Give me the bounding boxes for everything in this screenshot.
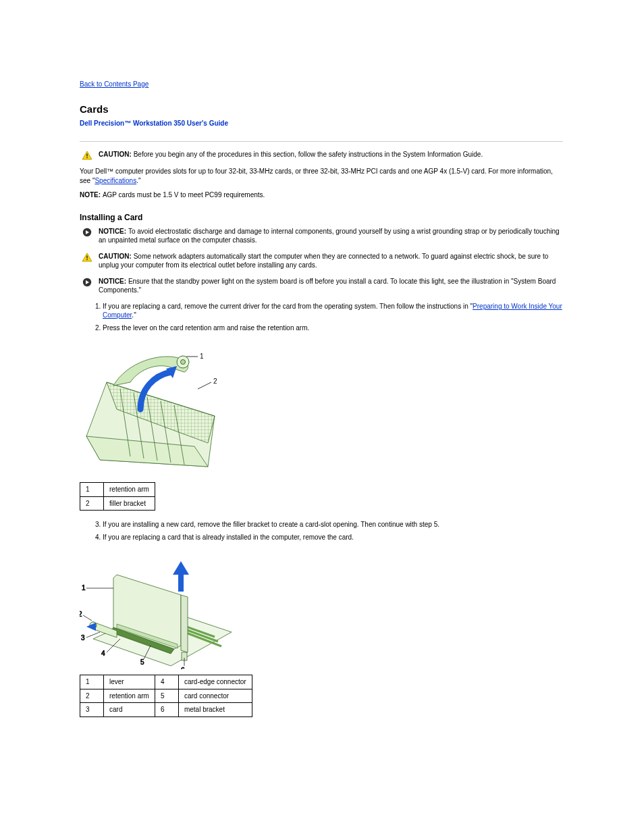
notice-callout-2: NOTICE: Ensure that the standby power li… [80,277,563,295]
svg-rect-1 [86,154,88,157]
caution-text: CAUTION: Before you begin any of the pro… [95,150,563,159]
svg-text:3: 3 [81,634,85,642]
figure-2-table: 1 lever 4 card-edge connector 2 retentio… [80,675,252,717]
intro-text-b: ." [136,177,140,184]
table-row: 3 card 6 metal bracket [80,703,252,717]
notice-2-text: NOTICE: Ensure that the standby power li… [95,277,563,295]
fig1-r2-num: 2 [80,496,104,511]
svg-marker-17 [173,561,189,592]
page-title: Cards [80,103,563,116]
notice-1-label: NOTICE: [99,228,128,235]
svg-text:5: 5 [140,658,144,666]
intro-text-a: Your Dell™ computer provides slots for u… [80,167,553,184]
table-row: 1 lever 4 card-edge connector [80,675,252,689]
fig1-r1-txt: retention arm [104,483,155,497]
svg-point-9 [181,360,186,365]
fig2-r3c1n: 3 [80,703,104,717]
document-page: Back to Contents Page Cards Dell Precisi… [0,0,644,767]
note-paragraph: NOTE: AGP cards must be 1.5 V to meet PC… [80,190,563,200]
fig2-r1c2n: 4 [155,675,178,689]
step-4: If you are replacing a card that is alre… [103,533,563,542]
fig1-r1-num: 1 [80,483,104,497]
users-guide-link[interactable]: Dell Precision™ Workstation 350 User's G… [80,120,228,127]
fig2-r3c2n: 6 [155,703,178,717]
notice-icon [80,227,95,237]
installing-card-heading: Installing a Card [80,212,563,223]
fig2-r1c1t: lever [104,675,155,689]
svg-text:2: 2 [213,377,217,385]
specifications-link[interactable]: Specifications [95,177,136,184]
notice-1-text: NOTICE: To avoid electrostatic discharge… [95,227,563,245]
svg-text:6: 6 [181,667,185,669]
svg-text:1: 1 [82,584,86,592]
svg-rect-6 [86,259,88,260]
caution-callout-2: CAUTION: Some network adapters automatic… [80,252,563,270]
fig2-r1c1n: 1 [80,675,104,689]
svg-line-21 [83,615,92,621]
caution-2-body: Some network adapters automatically star… [99,253,548,269]
note-text: AGP cards must be 1.5 V to meet PC99 req… [103,191,265,199]
fig2-r3c1t: card [104,703,155,717]
steps-list: If you are replacing a card, remove the … [80,302,563,333]
note-label: NOTE: [80,191,103,199]
caution-2-label: CAUTION: [99,253,134,260]
back-to-contents-link[interactable]: Back to Contents Page [80,80,149,88]
notice-2-body: Ensure that the standby power light on t… [99,278,556,294]
step-3: If you are installing a new card, remove… [103,520,563,529]
fig2-r2c2t: card connector [178,689,252,703]
caution-body: Before you begin any of the procedures i… [134,151,483,158]
step-1: If you are replacing a card, remove the … [103,302,563,320]
step-1-b: ." [132,311,136,319]
fig2-r3c2t: metal bracket [178,703,252,717]
caution-label: CAUTION: [99,151,134,158]
table-row: 2 retention arm 5 card connector [80,689,252,703]
notice-callout-1: NOTICE: To avoid electrostatic discharge… [80,227,563,245]
caution-callout: CAUTION: Before you begin any of the pro… [80,150,563,160]
caution-2-text: CAUTION: Some network adapters automatic… [95,252,563,270]
step-2: Press the lever on the card retention ar… [103,323,563,333]
notice-2-label: NOTICE: [99,278,128,285]
divider [80,141,563,142]
fig2-r2c1t: retention arm [104,689,155,703]
fig2-r2c1n: 2 [80,689,104,703]
svg-rect-2 [86,157,88,159]
figure-1-table: 1 retention arm 2 filler bracket [80,482,155,511]
notice-icon [80,277,95,287]
notice-1-body: To avoid electrostatic discharge and dam… [99,228,560,244]
fig2-r2c2n: 5 [155,689,178,703]
step-1-a: If you are replacing a card, remove the … [103,303,473,310]
table-row: 1 retention arm [80,483,155,497]
svg-line-13 [198,382,211,389]
svg-text:1: 1 [200,353,204,360]
steps-list-2: If you are installing a new card, remove… [80,520,563,542]
figure-retention-arm: 1 2 [80,342,563,477]
intro-paragraph: Your Dell™ computer provides slots for u… [80,167,563,185]
caution-icon [80,150,95,160]
fig2-r1c2t: card-edge connector [178,675,252,689]
svg-text:2: 2 [80,610,82,618]
caution-icon [80,252,95,262]
fig1-r2-txt: filler bracket [104,496,155,511]
svg-rect-5 [86,255,88,258]
svg-text:4: 4 [101,650,105,657]
table-row: 2 filler bracket [80,496,155,511]
figure-card-removal: 1 2 3 4 5 6 [80,551,563,669]
